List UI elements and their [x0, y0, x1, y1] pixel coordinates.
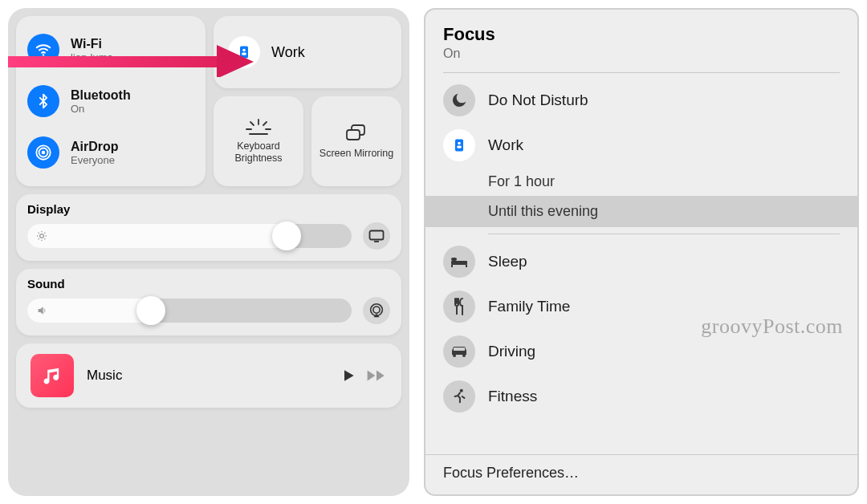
bluetooth-toggle[interactable]: Bluetooth On	[26, 80, 196, 122]
now-playing-label: Music	[87, 368, 328, 384]
svg-rect-31	[457, 145, 462, 148]
wifi-network-name: lion-luma	[71, 51, 113, 63]
wifi-title: Wi-Fi	[71, 37, 113, 51]
svg-point-37	[462, 354, 466, 357]
brightness-low-icon	[35, 230, 48, 242]
svg-line-8	[250, 122, 254, 125]
moon-icon	[443, 84, 475, 116]
svg-point-5	[242, 49, 246, 52]
svg-rect-33	[451, 258, 457, 261]
display-icon	[368, 230, 385, 242]
next-track-button[interactable]	[366, 368, 387, 384]
svg-line-20	[39, 233, 39, 234]
svg-rect-6	[242, 52, 246, 55]
display-options-button[interactable]	[363, 222, 390, 250]
svg-point-1	[42, 151, 46, 155]
svg-rect-32	[451, 261, 467, 265]
focus-mode-label: Family Time	[488, 298, 570, 315]
focus-popover: Focus On Do Not Disturb Work For 1 hour …	[424, 8, 859, 496]
svg-rect-14	[347, 130, 360, 140]
airdrop-visibility: Everyone	[71, 154, 119, 166]
svg-rect-4	[240, 47, 248, 59]
svg-rect-29	[455, 140, 463, 152]
screen-mirroring-tile[interactable]: Screen Mirroring	[311, 96, 401, 186]
focus-tile-label: Work	[271, 44, 305, 61]
svg-line-9	[263, 122, 267, 125]
wifi-icon	[27, 34, 59, 66]
music-app-icon	[31, 354, 74, 397]
focus-mode-work[interactable]: Work	[425, 123, 857, 168]
display-brightness-slider[interactable]	[27, 224, 352, 248]
svg-point-15	[40, 234, 44, 238]
bluetooth-icon	[27, 85, 59, 117]
focus-mode-label: Do Not Disturb	[488, 91, 588, 109]
svg-rect-38	[454, 348, 465, 351]
svg-point-27	[373, 307, 380, 313]
airplay-icon	[368, 302, 385, 319]
badge-icon	[228, 36, 260, 68]
svg-point-30	[458, 142, 461, 145]
keyboard-brightness-label: Keyboard Brightness	[218, 140, 299, 165]
control-center-panel: Wi-Fi lion-luma Bluetooth On AirDrop	[8, 8, 409, 496]
play-button[interactable]	[340, 368, 356, 384]
svg-point-0	[43, 54, 44, 55]
focus-duration-until-evening[interactable]: Until this evening	[425, 196, 857, 227]
focus-mode-label: Sleep	[488, 253, 527, 270]
focus-header-title: Focus	[443, 24, 840, 45]
svg-line-22	[39, 238, 39, 239]
running-icon	[443, 380, 475, 413]
airdrop-title: AirDrop	[71, 140, 119, 154]
airdrop-toggle[interactable]: AirDrop Everyone	[26, 132, 196, 173]
bluetooth-status: On	[71, 103, 131, 115]
display-title: Display	[27, 202, 390, 216]
divider	[488, 234, 840, 234]
focus-mode-label: Driving	[488, 343, 535, 360]
svg-line-21	[44, 238, 45, 239]
keyboard-brightness-icon	[245, 118, 272, 136]
focus-mode-sleep[interactable]: Sleep	[425, 239, 857, 284]
svg-rect-24	[370, 231, 384, 240]
now-playing-card[interactable]: Music	[16, 343, 401, 408]
airdrop-icon	[27, 136, 59, 169]
focus-mode-do-not-disturb[interactable]: Do Not Disturb	[425, 78, 857, 123]
watermark: groovyPost.com	[701, 315, 843, 339]
focus-duration-1hour[interactable]: For 1 hour	[425, 168, 857, 196]
focus-mode-label: Work	[488, 136, 523, 154]
focus-preferences-link[interactable]: Focus Preferences…	[425, 454, 857, 494]
keyboard-brightness-tile[interactable]: Keyboard Brightness	[214, 96, 303, 186]
svg-point-36	[453, 354, 456, 357]
focus-mode-label: Fitness	[488, 388, 537, 405]
focus-tile[interactable]: Work	[214, 16, 401, 88]
volume-low-icon	[35, 304, 50, 317]
focus-header-status: On	[443, 47, 840, 61]
sound-title: Sound	[27, 277, 390, 291]
car-icon	[443, 335, 475, 368]
svg-rect-34	[451, 265, 453, 267]
screen-mirroring-icon	[344, 124, 368, 143]
divider	[443, 72, 840, 73]
svg-rect-35	[466, 265, 467, 267]
airplay-audio-button[interactable]	[363, 297, 390, 324]
connectivity-card: Wi-Fi lion-luma Bluetooth On AirDrop	[16, 16, 206, 186]
sound-card: Sound	[16, 269, 401, 335]
badge-icon	[443, 129, 475, 161]
display-card: Display	[16, 194, 401, 261]
focus-work-duration-options: For 1 hour Until this evening	[425, 168, 857, 227]
bluetooth-title: Bluetooth	[71, 88, 131, 103]
bed-icon	[443, 246, 475, 278]
sound-volume-slider[interactable]	[27, 299, 352, 323]
svg-line-23	[44, 233, 45, 234]
wifi-toggle[interactable]: Wi-Fi lion-luma	[26, 29, 196, 71]
svg-point-39	[460, 389, 463, 392]
focus-mode-fitness[interactable]: Fitness	[425, 374, 857, 419]
fork-knife-icon	[443, 291, 475, 323]
screen-mirroring-label: Screen Mirroring	[320, 148, 393, 160]
